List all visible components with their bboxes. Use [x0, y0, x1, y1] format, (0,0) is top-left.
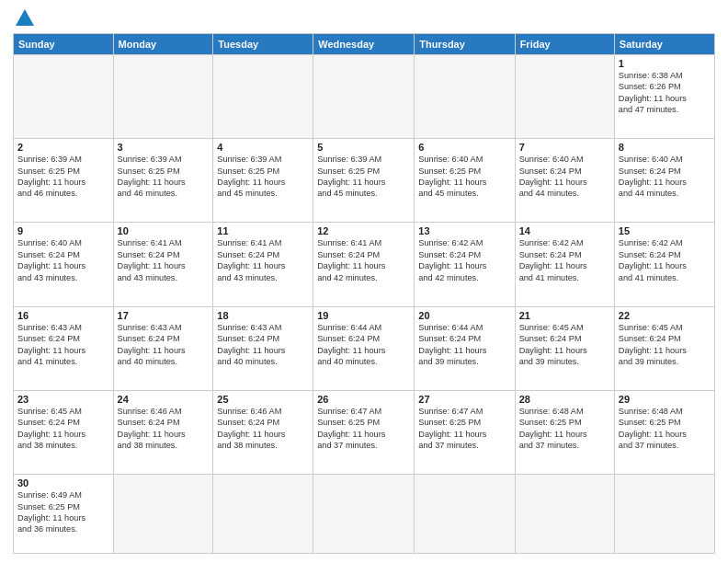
week-row-1: 1Sunrise: 6:38 AM Sunset: 6:26 PM Daylig…	[14, 55, 715, 139]
day-number: 5	[317, 142, 410, 153]
day-info: Sunrise: 6:44 AM Sunset: 6:24 PM Dayligh…	[317, 322, 410, 368]
weekday-sunday: Sunday	[14, 34, 114, 55]
week-row-4: 16Sunrise: 6:43 AM Sunset: 6:24 PM Dayli…	[14, 306, 715, 390]
day-number: 11	[217, 225, 309, 236]
day-cell: 1Sunrise: 6:38 AM Sunset: 6:26 PM Daylig…	[614, 55, 714, 139]
day-cell	[515, 55, 614, 139]
day-cell: 17Sunrise: 6:43 AM Sunset: 6:24 PM Dayli…	[113, 306, 213, 390]
day-info: Sunrise: 6:48 AM Sunset: 6:25 PM Dayligh…	[519, 406, 610, 452]
day-cell: 4Sunrise: 6:39 AM Sunset: 6:25 PM Daylig…	[213, 139, 313, 223]
day-number: 14	[519, 225, 610, 236]
day-number: 27	[418, 394, 510, 405]
day-number: 23	[17, 394, 109, 405]
day-info: Sunrise: 6:42 AM Sunset: 6:24 PM Dayligh…	[418, 237, 510, 283]
day-number: 6	[418, 142, 510, 153]
day-cell	[213, 55, 313, 139]
day-cell: 30Sunrise: 6:49 AM Sunset: 6:25 PM Dayli…	[14, 475, 114, 554]
day-info: Sunrise: 6:42 AM Sunset: 6:24 PM Dayligh…	[519, 237, 610, 283]
day-info: Sunrise: 6:46 AM Sunset: 6:24 PM Dayligh…	[118, 406, 210, 452]
day-number: 28	[519, 394, 610, 405]
day-cell: 9Sunrise: 6:40 AM Sunset: 6:24 PM Daylig…	[14, 223, 114, 306]
header	[13, 11, 715, 26]
day-info: Sunrise: 6:45 AM Sunset: 6:24 PM Dayligh…	[519, 322, 610, 368]
day-info: Sunrise: 6:41 AM Sunset: 6:24 PM Dayligh…	[317, 237, 410, 283]
day-cell	[614, 475, 714, 554]
page: SundayMondayTuesdayWednesdayThursdayFrid…	[0, 0, 728, 563]
day-info: Sunrise: 6:39 AM Sunset: 6:25 PM Dayligh…	[317, 154, 410, 200]
weekday-thursday: Thursday	[415, 34, 515, 55]
day-info: Sunrise: 6:47 AM Sunset: 6:25 PM Dayligh…	[418, 406, 510, 452]
weekday-header-row: SundayMondayTuesdayWednesdayThursdayFrid…	[14, 34, 715, 55]
week-row-5: 23Sunrise: 6:45 AM Sunset: 6:24 PM Dayli…	[14, 390, 715, 474]
day-number: 15	[619, 225, 711, 236]
day-info: Sunrise: 6:40 AM Sunset: 6:24 PM Dayligh…	[519, 154, 610, 200]
day-info: Sunrise: 6:39 AM Sunset: 6:25 PM Dayligh…	[17, 154, 109, 200]
day-number: 10	[118, 225, 210, 236]
day-cell	[14, 55, 114, 139]
day-info: Sunrise: 6:39 AM Sunset: 6:25 PM Dayligh…	[217, 154, 309, 200]
day-info: Sunrise: 6:40 AM Sunset: 6:24 PM Dayligh…	[619, 154, 711, 200]
day-info: Sunrise: 6:41 AM Sunset: 6:24 PM Dayligh…	[217, 237, 309, 283]
day-number: 19	[317, 310, 410, 321]
day-cell	[313, 475, 415, 554]
weekday-tuesday: Tuesday	[213, 34, 313, 55]
day-number: 30	[17, 477, 109, 488]
day-cell: 29Sunrise: 6:48 AM Sunset: 6:25 PM Dayli…	[614, 390, 714, 474]
day-cell: 6Sunrise: 6:40 AM Sunset: 6:25 PM Daylig…	[415, 139, 515, 223]
day-cell: 7Sunrise: 6:40 AM Sunset: 6:24 PM Daylig…	[515, 139, 614, 223]
day-cell: 25Sunrise: 6:46 AM Sunset: 6:24 PM Dayli…	[213, 390, 313, 474]
week-row-2: 2Sunrise: 6:39 AM Sunset: 6:25 PM Daylig…	[14, 139, 715, 223]
day-cell: 21Sunrise: 6:45 AM Sunset: 6:24 PM Dayli…	[515, 306, 614, 390]
day-info: Sunrise: 6:43 AM Sunset: 6:24 PM Dayligh…	[217, 322, 309, 368]
day-number: 29	[619, 394, 711, 405]
day-number: 9	[17, 225, 109, 236]
weekday-wednesday: Wednesday	[313, 34, 415, 55]
week-row-6: 30Sunrise: 6:49 AM Sunset: 6:25 PM Dayli…	[14, 475, 715, 554]
day-number: 8	[619, 142, 711, 153]
day-cell: 15Sunrise: 6:42 AM Sunset: 6:24 PM Dayli…	[614, 223, 714, 306]
day-number: 12	[317, 225, 410, 236]
calendar-table: SundayMondayTuesdayWednesdayThursdayFrid…	[13, 33, 715, 554]
day-info: Sunrise: 6:45 AM Sunset: 6:24 PM Dayligh…	[619, 322, 711, 368]
day-info: Sunrise: 6:41 AM Sunset: 6:24 PM Dayligh…	[118, 237, 210, 283]
day-info: Sunrise: 6:39 AM Sunset: 6:25 PM Dayligh…	[118, 154, 210, 200]
weekday-friday: Friday	[515, 34, 614, 55]
day-cell	[113, 475, 213, 554]
day-cell	[213, 475, 313, 554]
day-number: 7	[519, 142, 610, 153]
day-cell: 28Sunrise: 6:48 AM Sunset: 6:25 PM Dayli…	[515, 390, 614, 474]
day-number: 17	[118, 310, 210, 321]
day-cell	[113, 55, 213, 139]
day-cell: 12Sunrise: 6:41 AM Sunset: 6:24 PM Dayli…	[313, 223, 415, 306]
day-cell	[415, 475, 515, 554]
day-number: 25	[217, 394, 309, 405]
day-cell: 3Sunrise: 6:39 AM Sunset: 6:25 PM Daylig…	[113, 139, 213, 223]
day-number: 13	[418, 225, 510, 236]
day-cell: 20Sunrise: 6:44 AM Sunset: 6:24 PM Dayli…	[415, 306, 515, 390]
day-info: Sunrise: 6:40 AM Sunset: 6:25 PM Dayligh…	[418, 154, 510, 200]
day-cell: 27Sunrise: 6:47 AM Sunset: 6:25 PM Dayli…	[415, 390, 515, 474]
day-info: Sunrise: 6:48 AM Sunset: 6:25 PM Dayligh…	[619, 406, 711, 452]
day-number: 24	[118, 394, 210, 405]
day-number: 22	[619, 310, 711, 321]
day-cell: 14Sunrise: 6:42 AM Sunset: 6:24 PM Dayli…	[515, 223, 614, 306]
day-info: Sunrise: 6:45 AM Sunset: 6:24 PM Dayligh…	[17, 406, 109, 452]
day-info: Sunrise: 6:43 AM Sunset: 6:24 PM Dayligh…	[118, 322, 210, 368]
day-cell: 11Sunrise: 6:41 AM Sunset: 6:24 PM Dayli…	[213, 223, 313, 306]
day-cell	[313, 55, 415, 139]
day-cell: 22Sunrise: 6:45 AM Sunset: 6:24 PM Dayli…	[614, 306, 714, 390]
day-cell: 19Sunrise: 6:44 AM Sunset: 6:24 PM Dayli…	[313, 306, 415, 390]
day-info: Sunrise: 6:38 AM Sunset: 6:26 PM Dayligh…	[619, 70, 711, 116]
day-info: Sunrise: 6:42 AM Sunset: 6:24 PM Dayligh…	[619, 237, 711, 283]
day-info: Sunrise: 6:46 AM Sunset: 6:24 PM Dayligh…	[217, 406, 309, 452]
day-number: 26	[317, 394, 410, 405]
day-cell: 23Sunrise: 6:45 AM Sunset: 6:24 PM Dayli…	[14, 390, 114, 474]
day-number: 2	[17, 142, 109, 153]
logo-triangle-icon	[16, 9, 34, 26]
day-cell: 24Sunrise: 6:46 AM Sunset: 6:24 PM Dayli…	[113, 390, 213, 474]
day-cell	[415, 55, 515, 139]
day-number: 18	[217, 310, 309, 321]
week-row-3: 9Sunrise: 6:40 AM Sunset: 6:24 PM Daylig…	[14, 223, 715, 306]
day-info: Sunrise: 6:40 AM Sunset: 6:24 PM Dayligh…	[17, 237, 109, 283]
day-info: Sunrise: 6:47 AM Sunset: 6:25 PM Dayligh…	[317, 406, 410, 452]
